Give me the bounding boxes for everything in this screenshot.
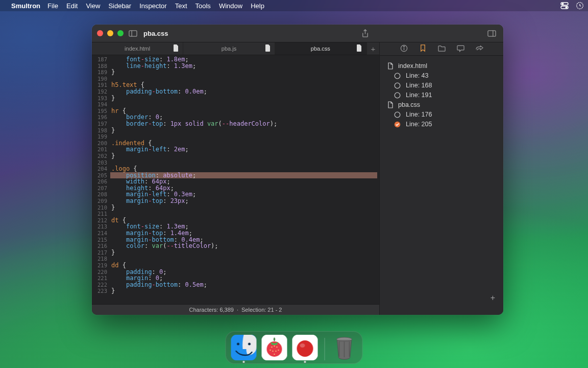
titlebar[interactable]: pba.css: [92, 25, 503, 42]
editor-window: pba.css index.html pba.js pba.css: [92, 25, 503, 315]
tab-pba-js[interactable]: pba.js: [183, 42, 275, 55]
dock-trash[interactable]: [332, 335, 357, 360]
svg-point-13: [395, 83, 400, 88]
code-area[interactable]: font-size: 1.8em; line-height: 1.3em;}h5…: [110, 55, 379, 304]
bookmark-item[interactable]: Line: 191: [394, 91, 496, 99]
tab-index-html[interactable]: index.html: [92, 42, 183, 55]
close-button[interactable]: [97, 30, 103, 36]
add-tab-button[interactable]: +: [366, 42, 379, 55]
comment-icon[interactable]: [457, 44, 464, 54]
menu-window[interactable]: Window: [219, 2, 242, 10]
system-menubar: Smultron File Edit View Sidebar Inspecto…: [0, 0, 588, 11]
menu-sidebar[interactable]: Sidebar: [108, 2, 131, 10]
menu-edit[interactable]: Edit: [66, 2, 78, 10]
tab-label: pba.css: [311, 45, 330, 52]
dock-smultron-alt[interactable]: [262, 335, 287, 360]
menu-tools[interactable]: Tools: [195, 2, 211, 10]
line-gutter: 1871881891901911921931941951961971981992…: [92, 55, 110, 304]
svg-point-23: [276, 347, 277, 348]
svg-point-11: [403, 46, 404, 47]
panel-toolbar: [380, 42, 503, 56]
status-bar: Characters: 6,389 · Selection: 21 - 2: [92, 304, 379, 315]
dock-separator: [325, 338, 325, 360]
svg-point-25: [270, 350, 271, 351]
right-panel-toggle-icon[interactable]: [487, 29, 496, 38]
tab-label: pba.js: [222, 45, 236, 52]
folder-icon[interactable]: [438, 44, 446, 54]
svg-point-22: [271, 347, 272, 348]
document-tabs: index.html pba.js pba.css +: [92, 42, 379, 55]
add-bookmark-button[interactable]: +: [491, 293, 495, 303]
svg-point-12: [395, 73, 400, 79]
bookmark-icon[interactable]: [419, 44, 427, 54]
svg-point-18: [237, 343, 239, 346]
code-editor[interactable]: 1871881891901911921931941951961971981992…: [92, 55, 379, 304]
tab-label: index.html: [125, 45, 150, 52]
bookmark-item[interactable]: Line: 176: [394, 111, 496, 118]
menu-view[interactable]: View: [86, 2, 100, 10]
control-center-icon[interactable]: [560, 2, 569, 10]
app-name[interactable]: Smultron: [11, 2, 40, 10]
svg-point-14: [395, 93, 400, 98]
svg-point-27: [272, 351, 273, 352]
dock: [226, 331, 363, 364]
share-icon[interactable]: [361, 29, 370, 38]
svg-point-29: [274, 354, 275, 355]
zoom-button[interactable]: [117, 30, 124, 36]
menu-file[interactable]: File: [47, 2, 58, 10]
dock-finder[interactable]: [231, 335, 257, 360]
dock-smultron[interactable]: [292, 335, 318, 360]
svg-point-31: [297, 340, 313, 357]
info-icon[interactable]: [400, 44, 408, 54]
menu-inspector[interactable]: Inspector: [139, 2, 166, 10]
selection-info: Selection: 21 - 2: [241, 307, 282, 313]
bookmark-file[interactable]: pba.css: [387, 101, 496, 108]
window-title: pba.css: [143, 30, 168, 37]
menu-help[interactable]: Help: [251, 2, 264, 10]
document-icon: [173, 44, 180, 53]
svg-point-26: [278, 350, 279, 351]
bookmarks-panel: index.htmlLine: 43Line: 168Line: 191pba.…: [380, 42, 503, 315]
svg-point-1: [562, 3, 564, 5]
document-icon: [264, 44, 272, 53]
svg-point-28: [275, 351, 276, 352]
svg-rect-5: [129, 30, 137, 36]
svg-rect-7: [488, 30, 496, 36]
tab-pba-css[interactable]: pba.css: [275, 42, 366, 55]
svg-point-24: [274, 346, 275, 347]
traffic-lights: [97, 30, 124, 36]
svg-point-15: [395, 112, 400, 118]
document-icon: [356, 44, 363, 53]
svg-point-3: [566, 7, 567, 8]
forward-icon[interactable]: [476, 44, 483, 54]
bookmark-item[interactable]: Line: 205: [394, 121, 496, 128]
clock-icon[interactable]: [576, 2, 584, 10]
svg-point-19: [248, 343, 251, 346]
minimize-button[interactable]: [107, 30, 113, 36]
bookmark-item[interactable]: Line: 168: [394, 82, 496, 89]
menu-text[interactable]: Text: [175, 2, 187, 10]
bookmark-item[interactable]: Line: 43: [394, 72, 496, 79]
bookmark-file[interactable]: index.html: [387, 62, 496, 70]
svg-point-32: [300, 343, 305, 348]
sidebar-toggle-icon[interactable]: [129, 29, 137, 38]
char-count: Characters: 6,389: [189, 307, 234, 313]
